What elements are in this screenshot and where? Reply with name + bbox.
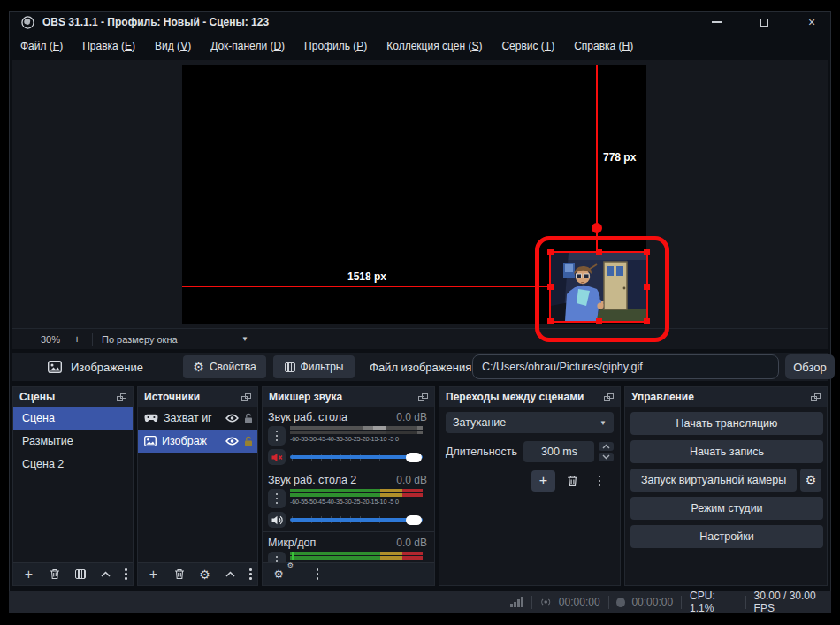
volume-slider[interactable]: [290, 451, 423, 463]
screen-background: OBS 31.1.1 - Профиль: Новый - Сцены: 123…: [0, 0, 840, 625]
visibility-eye-icon[interactable]: [225, 414, 239, 423]
mute-button[interactable]: [268, 512, 286, 528]
gear-small-icon: ⚙: [287, 561, 294, 569]
move-source-up-button[interactable]: [220, 564, 241, 585]
mute-button-muted[interactable]: [268, 449, 286, 465]
visibility-eye-icon[interactable]: [225, 437, 239, 446]
stream-status-icon: [539, 596, 552, 608]
transition-options-button[interactable]: [589, 470, 610, 492]
stream-timer: 00:00:00: [559, 596, 600, 608]
lock-icon-locked[interactable]: [244, 436, 253, 446]
virtual-camera-settings-button[interactable]: ⚙: [800, 469, 821, 492]
scene-item[interactable]: Размытие: [13, 430, 133, 453]
volume-meter: -60-55-50-45-40-35-30-25-20-15-10 -5 0: [290, 489, 423, 508]
stepper-up-button[interactable]: [599, 442, 614, 451]
menu-profile[interactable]: Профиль (P): [294, 40, 377, 52]
source-item-image-selected[interactable]: Изображ: [138, 430, 257, 453]
remove-transition-button[interactable]: [561, 470, 583, 492]
menu-help[interactable]: Справка (H): [564, 40, 643, 52]
mixer-header[interactable]: Микшер звука: [263, 387, 434, 407]
filters-icon: [285, 362, 295, 372]
channel-options-button[interactable]: [268, 426, 286, 446]
advanced-audio-button[interactable]: ⚙⚙: [268, 564, 289, 585]
start-streaming-button[interactable]: Начать трансляцию: [630, 412, 823, 435]
obs-logo-icon: [21, 16, 34, 29]
add-scene-button[interactable]: +: [19, 564, 39, 585]
controls-header[interactable]: Управление: [625, 387, 827, 407]
popout-icon[interactable]: [117, 393, 126, 401]
measure-dot: [592, 223, 602, 233]
slider-handle[interactable]: [406, 453, 422, 462]
fps-indicator: 30.00 / 30.00 FPS: [754, 590, 831, 614]
settings-button[interactable]: Настройки: [630, 525, 823, 548]
title-bar[interactable]: OBS 31.1.1 - Профиль: Новый - Сцены: 123…: [9, 11, 831, 33]
start-virtual-camera-button[interactable]: Запуск виртуальной камеры: [630, 469, 797, 492]
remove-scene-button[interactable]: [44, 564, 65, 585]
duration-input[interactable]: 300 ms: [523, 441, 594, 462]
maximize-icon: [760, 19, 768, 27]
menu-docks[interactable]: Док-панели (D): [201, 40, 294, 52]
transitions-panel: Переходы между сценами Затухание ▼ Длите…: [439, 386, 621, 586]
slider-handle[interactable]: [406, 515, 422, 525]
transition-select[interactable]: Затухание ▼: [446, 412, 614, 433]
source-properties-button[interactable]: ⚙: [195, 564, 215, 585]
zoom-out-button[interactable]: −: [12, 332, 35, 346]
scene-item[interactable]: Сцена 2: [13, 453, 133, 476]
popout-icon[interactable]: [241, 393, 251, 401]
mixer-channel-desktop: Звук раб. стола 0.0 dB -60-55-50-45-40-3…: [263, 407, 434, 469]
channel-options-button[interactable]: [268, 489, 286, 508]
source-type-label: Изображение: [71, 361, 143, 374]
trash-icon: [174, 568, 185, 580]
sources-header[interactable]: Источники: [138, 387, 257, 407]
properties-button[interactable]: ⚙ Свойства: [183, 355, 266, 378]
move-scene-up-button[interactable]: [95, 564, 116, 585]
image-file-input[interactable]: [472, 354, 779, 379]
scene-item-selected[interactable]: Сцена: [13, 407, 133, 430]
fit-to-window-select[interactable]: По размеру окна: [102, 334, 241, 345]
maximize-button[interactable]: [752, 12, 776, 32]
menu-tools[interactable]: Сервис (T): [492, 40, 564, 52]
filters-button[interactable]: Фильтры: [273, 355, 355, 378]
scenes-panel: Сцены Сцена Размытие Сцена 2 +: [12, 386, 134, 586]
meter-scale: -60-55-50-45-40-35-30-25-20-15-10 -5 0: [290, 498, 419, 506]
chevron-down-icon[interactable]: ▼: [241, 335, 248, 343]
file-field-label: Файл изображения: [370, 361, 471, 374]
menu-edit[interactable]: Правка (E): [73, 40, 145, 52]
zoom-in-button[interactable]: +: [65, 332, 88, 346]
volume-slider[interactable]: [290, 514, 423, 526]
source-item-game-capture[interactable]: Захват иг: [138, 407, 257, 430]
channel-db: 0.0 dB: [396, 537, 427, 549]
more-options-button[interactable]: [241, 564, 258, 585]
chevron-down-icon: [602, 454, 610, 460]
gear-icon: ⚙: [193, 361, 204, 373]
popout-icon[interactable]: [604, 393, 614, 401]
meter-scale: -60-55-50-45-40-35-30-25-20-15-10 -5 0: [290, 435, 419, 443]
width-annotation-label: 1518 px: [327, 271, 407, 283]
filters-icon: [75, 569, 86, 579]
menu-file[interactable]: Файл (F): [9, 40, 73, 52]
transitions-header[interactable]: Переходы между сценами: [439, 387, 620, 407]
popout-icon[interactable]: [418, 393, 428, 401]
popout-icon[interactable]: [811, 393, 821, 401]
trash-icon: [567, 475, 578, 487]
menu-scene-collection[interactable]: Коллекция сцен (S): [377, 40, 492, 52]
chevron-up-icon: [602, 444, 610, 449]
add-source-button[interactable]: +: [143, 564, 164, 585]
add-transition-button[interactable]: +: [531, 470, 555, 492]
scene-filters-button[interactable]: [70, 564, 90, 585]
browse-button[interactable]: Обзор: [785, 354, 835, 379]
mixer-options-button[interactable]: [307, 564, 328, 585]
close-button[interactable]: ×: [799, 12, 824, 32]
studio-mode-button[interactable]: Режим студии: [630, 497, 823, 520]
start-recording-button[interactable]: Начать запись: [630, 440, 823, 463]
scenes-header[interactable]: Сцены: [13, 387, 133, 407]
lock-icon[interactable]: [244, 413, 253, 423]
cpu-usage: CPU: 1.1%: [690, 590, 737, 614]
stepper-down-button[interactable]: [599, 453, 614, 461]
minimize-button[interactable]: [704, 12, 729, 32]
remove-source-button[interactable]: [169, 564, 189, 585]
menu-view[interactable]: Вид (V): [145, 40, 201, 52]
volume-meter: -60-55-50-45-40-35-30-25-20-15-10 -5 0: [290, 426, 423, 446]
source-context-toolbar: Изображение ⚙ Свойства Фильтры Файл изоб…: [12, 353, 828, 381]
more-options-button[interactable]: [116, 564, 134, 585]
